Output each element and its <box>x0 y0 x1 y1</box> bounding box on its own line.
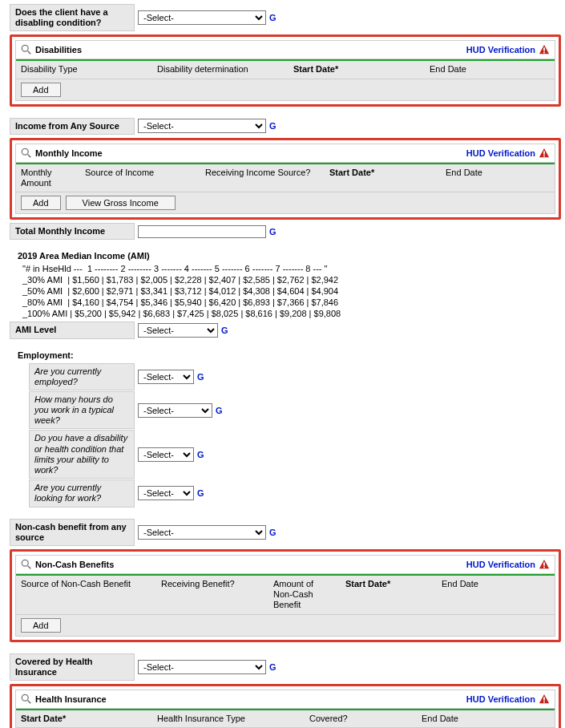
svg-rect-19 <box>543 702 545 703</box>
svg-point-0 <box>22 46 28 52</box>
health-insurance-box: Health Insurance HUD Verification Start … <box>10 684 561 728</box>
disabilities-columns: Disability Type Disability determination… <box>16 61 555 79</box>
monthly-income-add-button[interactable]: Add <box>21 196 61 210</box>
disabilities-add-button[interactable]: Add <box>21 83 61 97</box>
income-any-source-label: Income from Any Source <box>10 118 135 135</box>
warning-icon <box>539 559 550 570</box>
warning-icon <box>539 44 550 55</box>
ami-header-line: "# in HseHld --- 1 -------- 2 -------- 3… <box>22 264 561 273</box>
noncash-benefit-g-link[interactable]: G <box>269 528 276 537</box>
covered-hi-g-link[interactable]: G <box>269 662 276 672</box>
disabilities-hud-verification-link[interactable]: HUD Verification <box>466 44 550 55</box>
employment-heading: Employment: <box>18 350 561 360</box>
warning-icon <box>539 694 550 705</box>
currently-employed-g-link[interactable]: G <box>197 372 204 382</box>
income-any-source-g-link[interactable]: G <box>269 121 276 131</box>
svg-rect-9 <box>543 155 545 156</box>
svg-point-10 <box>22 560 28 566</box>
view-gross-income-button[interactable]: View Gross Income <box>66 196 176 210</box>
disabling-condition-label: Does the client have a disabling conditi… <box>10 4 135 31</box>
ami-level-select[interactable]: -Select- <box>138 323 218 338</box>
search-icon[interactable] <box>21 148 32 159</box>
ami-row-100: _100% AMI | $5,200 | $5,942 | $6,683 | $… <box>22 309 561 318</box>
health-insurance-hud-verification-link[interactable]: HUD Verification <box>466 694 550 705</box>
looking-for-work-select[interactable]: -Select- <box>138 486 194 500</box>
total-monthly-income-label: Total Monthly Income <box>10 223 135 240</box>
covered-hi-select[interactable]: -Select- <box>138 660 266 674</box>
health-insurance-title: Health Insurance <box>35 694 466 704</box>
ami-row-50: _50% AMI | $2,600 | $2,971 | $3,341 | $3… <box>22 286 561 296</box>
currently-employed-select[interactable]: -Select- <box>138 370 194 384</box>
svg-rect-4 <box>543 52 545 54</box>
svg-line-11 <box>28 566 31 569</box>
noncash-add-button[interactable]: Add <box>21 618 61 633</box>
currently-employed-label: Are you currently employed? <box>29 363 135 390</box>
disabling-condition-select[interactable]: -Select- <box>138 10 266 25</box>
svg-rect-18 <box>543 697 545 700</box>
total-monthly-income-input[interactable] <box>138 225 266 238</box>
noncash-box: Non-Cash Benefits HUD Verification Sourc… <box>10 549 561 642</box>
svg-rect-3 <box>543 48 545 51</box>
disabilities-box: Disabilities HUD Verification Disability… <box>10 34 561 106</box>
disabling-condition-g-link[interactable]: G <box>269 13 276 22</box>
ami-row-80: _80% AMI | $4,160 | $4,754 | $5,346 | $5… <box>22 297 561 307</box>
hours-per-week-label: How many hours do you work in a typical … <box>29 391 135 430</box>
hours-per-week-g-link[interactable]: G <box>216 406 223 415</box>
looking-for-work-g-link[interactable]: G <box>197 488 204 498</box>
svg-point-5 <box>22 148 28 155</box>
svg-line-16 <box>28 701 31 704</box>
hours-per-week-select[interactable]: -Select- <box>138 403 212 418</box>
disabilities-title: Disabilities <box>35 45 466 55</box>
ami-level-g-link[interactable]: G <box>221 326 228 335</box>
noncash-title: Non-Cash Benefits <box>35 560 466 569</box>
covered-hi-label: Covered by Health Insurance <box>10 653 135 681</box>
monthly-income-columns: Monthly Amount Source of Income Receivin… <box>16 164 555 192</box>
svg-rect-14 <box>543 567 545 568</box>
disability-limits-work-select[interactable]: -Select- <box>138 447 194 462</box>
search-icon[interactable] <box>21 44 32 55</box>
warning-icon <box>539 148 550 159</box>
search-icon[interactable] <box>21 694 32 705</box>
monthly-income-hud-verification-link[interactable]: HUD Verification <box>466 148 550 159</box>
svg-point-15 <box>22 694 28 701</box>
noncash-columns: Source of Non-Cash Benefit Receiving Ben… <box>16 576 555 615</box>
looking-for-work-label: Are you currently looking for work? <box>29 479 135 507</box>
ami-heading: 2019 Area Median Income (AMI) <box>18 251 561 261</box>
disability-limits-work-label: Do you have a disability or health condi… <box>29 430 135 479</box>
svg-line-1 <box>28 51 31 55</box>
noncash-benefit-select[interactable]: -Select- <box>138 525 266 540</box>
monthly-income-box: Monthly Income HUD Verification Monthly … <box>10 138 561 220</box>
noncash-benefit-label: Non-cash benefit from any source <box>10 519 135 546</box>
svg-rect-13 <box>543 562 545 565</box>
income-any-source-select[interactable]: -Select- <box>138 119 266 133</box>
health-insurance-columns: Start Date* Health Insurance Type Covere… <box>16 710 555 728</box>
svg-rect-8 <box>543 151 545 154</box>
ami-row-30: _30% AMI | $1,560 | $1,783 | $2,005 | $2… <box>22 275 561 285</box>
total-monthly-income-g-link[interactable]: G <box>269 227 276 237</box>
monthly-income-title: Monthly Income <box>35 148 466 158</box>
ami-level-label: AMI Level <box>10 322 135 338</box>
svg-line-6 <box>28 155 31 158</box>
noncash-hud-verification-link[interactable]: HUD Verification <box>466 559 550 570</box>
search-icon[interactable] <box>21 559 32 570</box>
disability-limits-work-g-link[interactable]: G <box>197 450 204 459</box>
